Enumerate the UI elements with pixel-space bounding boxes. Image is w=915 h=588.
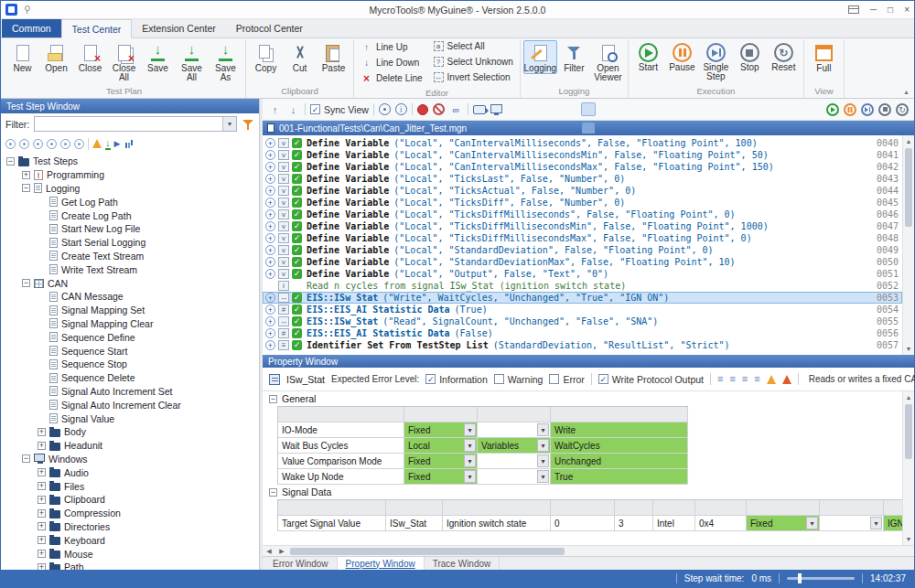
collapse-section-icon[interactable] [269, 395, 277, 403]
stop-circle-icon[interactable] [878, 103, 891, 116]
bottom-tab[interactable]: Error Window [264, 557, 338, 570]
tree-expand-icon[interactable] [22, 171, 30, 179]
property-vertical-scrollbar[interactable]: ▲ ▼ [902, 391, 914, 545]
code-line[interactable]: Define Variable ("Local", "TicksDiff", F… [263, 197, 902, 208]
scroll-thumb[interactable] [905, 404, 912, 459]
save-log-icon[interactable]: ↓ [105, 138, 111, 150]
insert-step-icon[interactable] [265, 257, 275, 267]
tree-expand-icon[interactable] [38, 536, 46, 544]
horizontal-scrollbar[interactable]: ◀ ▶ [263, 545, 914, 556]
insert-step-icon[interactable] [265, 269, 275, 279]
ribbon-button[interactable]: Single Step [699, 40, 733, 82]
insert-step-icon[interactable] [265, 138, 275, 148]
layout-icon[interactable] [754, 374, 759, 384]
tree-expand-icon[interactable] [38, 550, 46, 558]
tree-item[interactable]: Path [1, 561, 259, 570]
filter-combobox[interactable] [34, 116, 237, 132]
value-cell[interactable]: Write [551, 422, 688, 438]
ribbon-button[interactable]: Open [39, 40, 73, 74]
tree-item[interactable]: Programming [1, 168, 259, 182]
code-line[interactable]: Define Variable ("Local", "CanIntervalMi… [263, 137, 902, 149]
value-cell[interactable]: WaitCycles [551, 438, 688, 454]
step-circle-icon[interactable] [861, 103, 874, 116]
ribbon-button[interactable]: Close [73, 40, 107, 74]
ribbon-button[interactable]: New [5, 40, 39, 74]
error-level-checkbox[interactable]: Error [549, 374, 584, 385]
ribbon-button[interactable]: Stop [733, 40, 767, 73]
tree-expand-icon[interactable] [22, 454, 30, 463]
general-section-header[interactable]: General [263, 391, 902, 406]
tree-item[interactable]: Test Steps [1, 155, 259, 168]
maximize-icon[interactable]: □ [888, 5, 893, 15]
move-down-icon[interactable] [286, 102, 300, 116]
tree-toolbar-button[interactable] [33, 139, 43, 149]
value-cell[interactable]: True [551, 469, 688, 485]
tree-item[interactable]: Sequence Delete [1, 371, 259, 385]
tree-item[interactable]: Headunit [1, 439, 259, 453]
tree-item[interactable]: Sequence Start [1, 344, 259, 358]
tree-item[interactable]: Signal Mapping Set [1, 304, 259, 317]
context-scope-select[interactable]: Local [404, 438, 478, 454]
scroll-down-icon[interactable]: ▼ [903, 533, 914, 545]
ribbon-button[interactable]: Reset [767, 40, 801, 73]
tree-item[interactable]: Sequence Define [1, 330, 259, 344]
tree-item[interactable]: Signal Value [1, 412, 259, 425]
ribbon-tab[interactable]: Common [2, 19, 61, 37]
tree-item[interactable]: Get Log Path [1, 195, 259, 208]
ribbon-button[interactable]: Save As [209, 40, 242, 83]
insert-step-icon[interactable] [265, 186, 275, 196]
code-line[interactable]: Define Variable ("Local", "TicksDiffMill… [263, 220, 902, 232]
minimize-icon[interactable]: ─ [870, 5, 877, 15]
code-vertical-scrollbar[interactable]: ▲ ▼ [902, 135, 914, 355]
error-level-checkbox[interactable]: Warning [494, 374, 544, 385]
tree-item[interactable]: Start Serial Logging [1, 236, 259, 250]
tree-item[interactable]: Create Text Stream [1, 250, 259, 263]
insert-step-icon[interactable] [265, 245, 275, 255]
tree-item[interactable]: Create Log Path [1, 208, 259, 222]
tree-item[interactable]: CAN [1, 276, 259, 290]
insert-step-icon[interactable] [265, 305, 275, 315]
tree-item[interactable]: Signal Auto Increment Set [1, 385, 259, 399]
context-type-select[interactable]: Variables [478, 438, 551, 454]
tree-expand-icon[interactable] [38, 522, 46, 530]
tree-item[interactable]: Keyboard [1, 533, 259, 547]
scroll-up-icon[interactable]: ▲ [903, 391, 914, 403]
tree-item[interactable]: Mouse [1, 547, 259, 561]
play-icon[interactable]: ▶ [114, 139, 121, 148]
context-type-select[interactable] [820, 516, 884, 531]
target-icon[interactable] [379, 103, 391, 115]
tree-toolbar-button[interactable] [47, 139, 57, 149]
scroll-up-icon[interactable]: ▲ [903, 135, 914, 147]
tree-item[interactable]: Start New Log File [1, 222, 259, 236]
monitor-icon[interactable] [490, 104, 502, 113]
context-scope-select[interactable]: Fixed [404, 422, 478, 438]
ribbon-button[interactable]: Copy [249, 40, 283, 74]
scroll-thumb[interactable] [290, 548, 565, 555]
ribbon-button[interactable]: Filter [557, 40, 591, 74]
code-line[interactable]: EIS::ISw_Stat ("Read", SignalCount, "Unc… [263, 315, 902, 327]
layout-panel-icon[interactable] [848, 5, 859, 14]
tree-item[interactable]: Write Text Stream [1, 262, 259, 276]
code-line[interactable]: Define Variable ("Local", "TicksLast", F… [263, 173, 902, 185]
ribbon-tab[interactable]: Protocol Center [226, 19, 313, 37]
scroll-down-icon[interactable]: ▼ [903, 343, 914, 355]
tree-expand-icon[interactable] [22, 279, 30, 287]
tree-expand-icon[interactable] [38, 509, 46, 518]
tree-item[interactable]: Clipboard [1, 493, 259, 507]
layout-icon[interactable] [742, 374, 748, 384]
tree-toolbar-button[interactable] [19, 139, 29, 149]
reset-circle-icon[interactable] [896, 103, 909, 116]
splitter-handle[interactable] [582, 123, 595, 134]
warning-icon[interactable] [767, 375, 776, 384]
ribbon-button[interactable]: Full [807, 40, 841, 74]
tree-item[interactable]: CAN Message [1, 290, 259, 304]
document-tab[interactable]: 001-FunctionalTests\Can\Can_Jitter_Test.… [263, 121, 914, 135]
context-scope-select[interactable]: Fixed [747, 516, 820, 531]
pause-circle-icon[interactable] [844, 103, 856, 116]
layout-icon[interactable] [729, 374, 735, 384]
scroll-right-icon[interactable]: ▶ [275, 548, 288, 555]
value-cell[interactable]: Unchanged [551, 454, 688, 469]
tree-expand-icon[interactable] [38, 468, 46, 476]
tree-item[interactable]: Compression [1, 507, 259, 520]
value-cell[interactable]: IGN_ON [884, 516, 902, 531]
